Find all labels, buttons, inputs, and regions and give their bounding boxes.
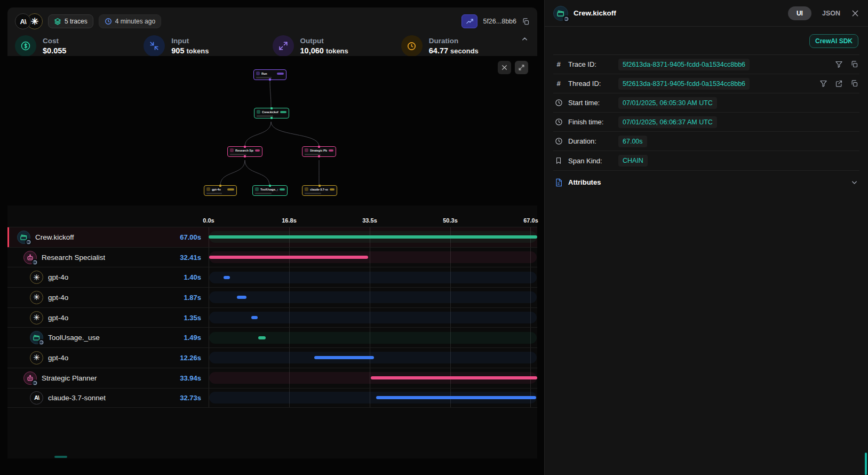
span-bar[interactable]: [209, 235, 537, 239]
span-row-gpt-4o[interactable]: ✳ gpt-4o 1.35s: [7, 307, 537, 328]
span-row-claude[interactable]: A\ claude-3.7-sonnet 32.73s: [7, 388, 537, 408]
span-duration: 12.26s: [180, 354, 201, 362]
horizontal-scrollbar-thumb[interactable]: [54, 456, 67, 458]
copy-icon: [522, 18, 530, 26]
filter-button[interactable]: [819, 80, 827, 88]
expand-graph-button[interactable]: [515, 61, 528, 74]
copy-button[interactable]: [850, 60, 858, 68]
property-label: Trace ID:: [568, 60, 613, 68]
provider-avatars: A\ ✳: [15, 13, 43, 29]
copy-icon: [850, 60, 858, 68]
tab-ui[interactable]: UI: [788, 6, 811, 20]
span-bar[interactable]: [209, 256, 368, 259]
graph-node-crew-kickoff[interactable]: Crew.kickoff: [254, 108, 289, 118]
node-handle: [244, 146, 246, 148]
node-handle: [318, 155, 320, 157]
collapse-metrics-button[interactable]: [521, 35, 529, 43]
timeline-axis: 0.0s 16.8s 33.5s 50.3s 67.0s: [209, 205, 531, 227]
filter-button[interactable]: [835, 60, 843, 68]
property-trace-id: # Trace ID: 5f2613da-8371-9405-fcdd-0a15…: [553, 55, 859, 74]
graph-node-strategic-planner[interactable]: Strategic Planner: [302, 146, 336, 157]
span-row-toolusage[interactable]: ToolUsage._use 1.49s: [7, 327, 537, 347]
node-icon: [257, 110, 260, 114]
span-bar[interactable]: [376, 396, 537, 399]
span-name: claude-3.7-sonnet: [48, 394, 106, 402]
attributes-label: Attributes: [568, 178, 845, 186]
panel-header: Crew.kickoff UI JSON: [545, 0, 868, 27]
span-row-strategic-planner[interactable]: Strategic Planner 33.94s: [7, 368, 537, 388]
node-badge: [255, 149, 260, 152]
dollar-icon: [15, 35, 36, 57]
vertical-scrollbar-thumb[interactable]: [865, 453, 867, 475]
property-label: Duration:: [568, 137, 613, 145]
metric-label: Output: [300, 37, 348, 45]
trace-id-short: 5f26...8bb6: [483, 18, 516, 25]
span-duration: 33.94s: [180, 374, 201, 382]
span-name: gpt-4o: [48, 314, 68, 322]
graph-node-claude[interactable]: claude-3.7-sonnet: [302, 185, 337, 196]
span-bar[interactable]: [258, 336, 266, 339]
node-label: Research Speciali...: [235, 149, 253, 152]
span-bar[interactable]: [237, 296, 246, 299]
graph-node-research-specialist[interactable]: Research Speciali...: [227, 146, 262, 157]
node-handle: [269, 185, 271, 187]
metric-input: Input 905 tokens: [144, 35, 272, 57]
axis-tick: 16.8s: [282, 217, 297, 224]
copy-button[interactable]: [850, 80, 858, 88]
graph-node-run[interactable]: Run: [253, 69, 286, 80]
metric-unit: tokens: [326, 47, 348, 55]
agent-icon: [23, 371, 37, 385]
traces-count-badge[interactable]: 5 traces: [48, 14, 93, 28]
span-detail-panel: Crew.kickoff UI JSON CrewAI SDK # Trace …: [544, 0, 868, 475]
close-graph-button[interactable]: [498, 61, 511, 74]
graph-node-toolusage[interactable]: ToolUsage._use: [252, 185, 288, 196]
view-metrics-button[interactable]: [461, 14, 477, 28]
span-duration: 32.41s: [180, 254, 201, 262]
span-row-gpt-4o[interactable]: ✳ gpt-4o 1.40s: [7, 267, 537, 287]
metric-unit: tokens: [186, 47, 209, 55]
sdk-badge[interactable]: CrewAI SDK: [809, 34, 858, 48]
agentops-badge-icon: [31, 379, 38, 386]
span-row-gpt-4o[interactable]: ✳ gpt-4o 1.87s: [7, 287, 537, 307]
trace-header: A\ ✳ 5 traces 4 minutes ago 5f26...8bb6: [7, 7, 537, 62]
openai-icon: ✳: [30, 271, 43, 284]
panel-title: Crew.kickoff: [574, 9, 783, 17]
span-row-crew-kickoff[interactable]: Crew.kickoff 67.00s: [7, 227, 537, 247]
node-label: Run: [261, 72, 267, 75]
span-duration: 1.35s: [184, 314, 201, 322]
span-bar-cell: [209, 348, 537, 368]
node-icon: [230, 148, 234, 152]
close-icon: [851, 9, 859, 18]
openai-icon: ✳: [30, 351, 43, 365]
span-bar[interactable]: [251, 316, 258, 319]
node-badge: [277, 73, 284, 75]
span-duration: 67.00s: [180, 233, 201, 241]
node-label: Strategic Planner: [310, 149, 327, 152]
attributes-section-toggle[interactable]: Attributes: [553, 170, 859, 194]
axis-tick: 67.0s: [523, 217, 538, 224]
span-bar[interactable]: [371, 376, 537, 379]
span-bar-cell: [209, 368, 537, 388]
property-value: 67.00s: [618, 136, 647, 147]
tab-json[interactable]: JSON: [822, 10, 840, 17]
property-span-kind: Span Kind: CHAIN: [553, 151, 859, 170]
trace-graph-panel[interactable]: Run Crew.kickoff Research Speciali... St…: [7, 56, 537, 205]
copy-trace-id-button[interactable]: [522, 18, 530, 26]
span-bar[interactable]: [224, 276, 230, 279]
graph-node-gpt-4o[interactable]: gpt-4o: [204, 185, 237, 196]
node-icon: [305, 148, 308, 152]
span-properties: # Trace ID: 5f2613da-8371-9405-fcdd-0a15…: [545, 55, 868, 194]
traces-count-label: 5 traces: [65, 18, 87, 25]
metrics-row: Cost $0.055 Input 905 tokens: [15, 35, 530, 57]
span-name: ToolUsage._use: [48, 334, 100, 342]
span-name: Crew.kickoff: [35, 233, 74, 241]
span-duration: 1.40s: [184, 273, 201, 281]
metric-value: $0.055: [43, 46, 66, 55]
span-row-gpt-4o[interactable]: ✳ gpt-4o 12.26s: [7, 347, 537, 368]
close-panel-button[interactable]: [851, 9, 859, 18]
span-bar[interactable]: [314, 356, 375, 359]
span-row-research-specialist[interactable]: Research Specialist 32.41s: [7, 247, 537, 267]
open-external-button[interactable]: [835, 80, 843, 88]
metric-duration: Duration 64.77 seconds: [401, 35, 530, 57]
axis-tick: 0.0s: [203, 217, 214, 224]
